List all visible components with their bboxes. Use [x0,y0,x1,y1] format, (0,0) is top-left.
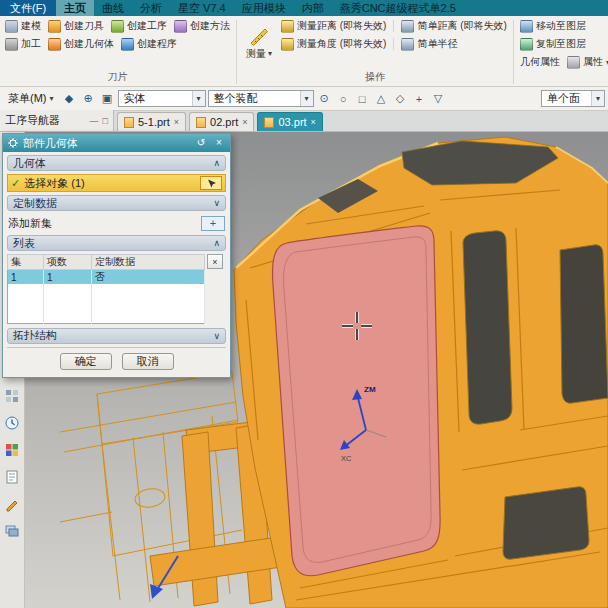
ribbon-group-layers: 移动至图层 复制至图层 几何属性 属性▾ [517,18,608,86]
dialog-reset-icon[interactable]: ↺ [194,136,208,150]
column-header: 集 [8,255,44,270]
float-icon[interactable]: □ [103,116,108,126]
history-clock-icon[interactable] [4,415,20,431]
ribbon-separator [513,20,514,84]
create-operation-icon [111,20,124,33]
ribbon-tab-internal[interactable]: 内部 [294,0,332,16]
ok-button[interactable]: 确定 [60,353,112,370]
ribbon-group-blade: 建模 创建刀具 创建工序 创建方法 加工 创建几何体 创建程序 刀片 [2,18,233,86]
selection-filter-icon[interactable]: ◆ [61,90,78,107]
create-tool-button[interactable]: 创建刀具 [45,18,107,34]
document-icon[interactable] [4,469,20,485]
snap-midpoint-icon[interactable]: □ [354,90,371,107]
close-tab-icon[interactable]: × [174,117,179,127]
dropdown-icon: ▾ [50,94,54,103]
face-rule-combo[interactable]: 单个面▾ [541,90,605,107]
section-geometry[interactable]: 几何体 ∧ [7,155,226,171]
select-object-row[interactable]: ✓ 选择对象 (1) [7,174,226,192]
gear-icon [7,137,19,149]
snap-center-icon[interactable]: ◇ [392,90,409,107]
ribbon-tab-application-module[interactable]: 应用模块 [234,0,294,16]
ribbon-separator [393,20,394,32]
geometry-properties-button[interactable]: 几何属性 [517,54,563,70]
part-tab[interactable]: 02.prt× [189,112,254,131]
create-geometry-button[interactable]: 创建几何体 [45,36,117,52]
snap-quadrant-icon[interactable]: ▽ [430,90,447,107]
select-object-button[interactable] [200,176,222,190]
create-program-button[interactable]: 创建程序 [118,36,180,52]
measure-distance-button[interactable]: 测量距离 (即将失效) [278,18,389,34]
ribbon-tab-starsky[interactable]: 星空 V7.4 [170,0,234,16]
table-row-selected[interactable]: 1 1 否 [8,270,205,285]
ribbon-tab-analysis[interactable]: 分析 [132,0,170,16]
copy-to-layer-button[interactable]: 复制至图层 [517,36,589,52]
ribbon-tab-yanxiu-cnc[interactable]: 燕秀CNC超级程式单2.5 [332,0,464,16]
ribbon-tab-curve[interactable]: 曲线 [94,0,132,16]
simple-distance-icon [401,20,414,33]
snap-intersection-icon[interactable]: △ [373,90,390,107]
selected-face[interactable] [273,226,441,576]
remove-set-button[interactable]: × [207,254,223,269]
create-tool-icon [48,20,61,33]
move-to-layer-button[interactable]: 移动至图层 [517,18,589,34]
dialog-title-bar[interactable]: 部件几何体 ↺ × [3,134,230,152]
snap-plus-icon[interactable]: + [411,90,428,107]
part-tab[interactable]: 5-1.prt× [117,112,186,131]
operation-navigator-panel-tab[interactable]: 工序导航器 — □ [0,110,114,131]
simple-radius-button[interactable]: 简单半径 [398,36,460,52]
palette-icon[interactable] [4,442,20,458]
add-new-set-row: 添加新集 + [8,214,225,232]
combo-arrow-icon[interactable]: ▾ [192,91,205,106]
measure-angle-button[interactable]: 测量角度 (即将失效) [278,36,389,52]
machining-button[interactable]: 加工 [2,36,44,52]
modeling-icon [5,20,18,33]
selection-scope-combo[interactable]: 整个装配▾ [208,90,314,107]
select-object-icon [206,178,217,189]
table-row-empty [8,284,205,297]
combo-arrow-icon[interactable]: ▾ [591,91,604,106]
measure-distance-icon [281,20,294,33]
close-tab-icon[interactable]: × [311,117,316,127]
section-list[interactable]: 列表 ∧ [7,235,226,251]
measure-button[interactable]: 测量▾ [240,18,278,68]
table-cell: 1 [8,270,44,285]
chevron-up-icon[interactable]: ∧ [213,158,220,168]
minimize-icon[interactable]: — [90,116,99,126]
set-list-table[interactable]: 集 项数 定制数据 1 1 否 [7,254,205,324]
ribbon: 建模 创建刀具 创建工序 创建方法 加工 创建几何体 创建程序 刀片 测量▾ [0,16,608,87]
section-custom-data[interactable]: 定制数据 ∨ [7,195,226,211]
file-menu-button[interactable]: 文件(F) [0,0,56,16]
slot-right [463,231,512,424]
combo-arrow-icon[interactable]: ▾ [300,91,313,106]
chevron-down-icon[interactable]: ∨ [213,331,220,341]
chevron-up-icon[interactable]: ∧ [213,238,220,248]
ribbon-tab-home[interactable]: 主页 [56,0,94,16]
create-method-button[interactable]: 创建方法 [171,18,233,34]
snapshot-icon[interactable]: ▣ [99,90,116,107]
add-new-set-button[interactable]: + [201,216,225,231]
chevron-down-icon[interactable]: ∨ [213,198,220,208]
menu-button[interactable]: 菜单(M)▾ [3,90,59,107]
part-tab-active[interactable]: 03.prt× [257,112,322,131]
grid-icon[interactable] [4,388,20,404]
highlight-filter-icon[interactable]: ⊕ [80,90,97,107]
snap-point-icon[interactable]: ⊙ [316,90,333,107]
section-topology[interactable]: 拓扑结构 ∨ [7,328,226,344]
create-program-icon [121,38,134,51]
ribbon-separator [236,20,237,84]
cancel-button[interactable]: 取消 [122,353,174,370]
slot-far-right [560,245,608,403]
type-filter-combo[interactable]: 实体▾ [118,90,206,107]
dialog-close-icon[interactable]: × [212,136,226,150]
dialog-footer: 确定 取消 [7,347,226,377]
pencil-icon[interactable] [4,496,20,512]
snap-endpoint-icon[interactable]: ○ [335,90,352,107]
close-tab-icon[interactable]: × [242,117,247,127]
part-geometry-dialog: 部件几何体 ↺ × 几何体 ∧ ✓ 选择对象 (1) 定制数据 [2,133,231,378]
modeling-button[interactable]: 建模 [2,18,44,34]
group-label-operation: 操作 [240,69,510,86]
simple-distance-button[interactable]: 简单距离 (即将失效) [398,18,509,34]
create-operation-button[interactable]: 创建工序 [108,18,170,34]
layers-icon[interactable] [4,523,20,539]
properties-button[interactable]: 属性▾ [564,54,608,70]
